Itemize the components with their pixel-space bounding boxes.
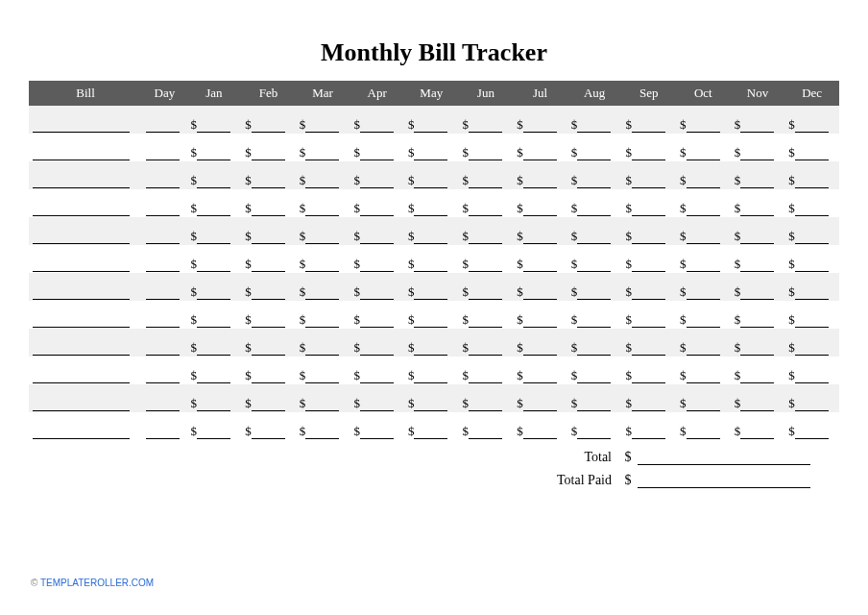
amount-blank[interactable] <box>469 177 502 188</box>
amount-blank[interactable] <box>360 205 394 216</box>
amount-blank[interactable] <box>414 428 447 439</box>
amount-blank[interactable] <box>197 149 230 160</box>
amount-blank[interactable] <box>305 428 339 439</box>
amount-blank[interactable] <box>795 428 829 439</box>
bill-name-blank[interactable] <box>33 316 130 328</box>
amount-blank[interactable] <box>687 177 720 188</box>
amount-blank[interactable] <box>740 260 774 272</box>
amount-blank[interactable] <box>795 316 829 328</box>
amount-blank[interactable] <box>523 233 557 244</box>
amount-blank[interactable] <box>360 149 394 160</box>
amount-blank[interactable] <box>414 288 447 300</box>
amount-blank[interactable] <box>740 177 774 188</box>
bill-name-blank[interactable] <box>33 400 130 411</box>
amount-blank[interactable] <box>577 149 611 160</box>
amount-blank[interactable] <box>687 121 720 133</box>
amount-blank[interactable] <box>414 400 447 411</box>
day-blank[interactable] <box>146 400 180 411</box>
amount-blank[interactable] <box>687 372 720 383</box>
amount-blank[interactable] <box>360 177 394 188</box>
amount-blank[interactable] <box>577 288 611 300</box>
amount-blank[interactable] <box>414 149 447 160</box>
amount-blank[interactable] <box>687 205 720 216</box>
amount-blank[interactable] <box>523 400 557 411</box>
amount-blank[interactable] <box>632 372 665 383</box>
day-blank[interactable] <box>146 121 180 133</box>
amount-blank[interactable] <box>252 260 285 272</box>
day-blank[interactable] <box>146 344 180 356</box>
amount-blank[interactable] <box>523 177 557 188</box>
bill-name-blank[interactable] <box>33 428 130 439</box>
amount-blank[interactable] <box>687 233 720 244</box>
amount-blank[interactable] <box>523 316 557 328</box>
amount-blank[interactable] <box>632 177 665 188</box>
amount-blank[interactable] <box>740 121 774 133</box>
amount-blank[interactable] <box>523 428 557 439</box>
amount-blank[interactable] <box>197 233 230 244</box>
day-blank[interactable] <box>146 233 180 244</box>
amount-blank[interactable] <box>632 344 665 356</box>
amount-blank[interactable] <box>795 344 829 356</box>
amount-blank[interactable] <box>414 316 447 328</box>
amount-blank[interactable] <box>252 205 285 216</box>
amount-blank[interactable] <box>523 260 557 272</box>
bill-name-blank[interactable] <box>33 205 130 216</box>
amount-blank[interactable] <box>577 177 611 188</box>
amount-blank[interactable] <box>197 205 230 216</box>
bill-name-blank[interactable] <box>33 344 130 356</box>
amount-blank[interactable] <box>795 233 829 244</box>
amount-blank[interactable] <box>197 428 230 439</box>
amount-blank[interactable] <box>577 344 611 356</box>
amount-blank[interactable] <box>632 288 665 300</box>
amount-blank[interactable] <box>469 316 502 328</box>
amount-blank[interactable] <box>252 344 285 356</box>
amount-blank[interactable] <box>740 400 774 411</box>
amount-blank[interactable] <box>523 149 557 160</box>
amount-blank[interactable] <box>414 344 447 356</box>
amount-blank[interactable] <box>252 316 285 328</box>
bill-name-blank[interactable] <box>33 121 130 133</box>
amount-blank[interactable] <box>523 372 557 383</box>
bill-name-blank[interactable] <box>33 372 130 383</box>
amount-blank[interactable] <box>414 121 447 133</box>
amount-blank[interactable] <box>305 260 339 272</box>
amount-blank[interactable] <box>305 121 339 133</box>
amount-blank[interactable] <box>687 428 720 439</box>
amount-blank[interactable] <box>305 149 339 160</box>
amount-blank[interactable] <box>197 316 230 328</box>
amount-blank[interactable] <box>577 316 611 328</box>
amount-blank[interactable] <box>414 372 447 383</box>
day-blank[interactable] <box>146 260 180 272</box>
amount-blank[interactable] <box>360 344 394 356</box>
amount-blank[interactable] <box>740 233 774 244</box>
amount-blank[interactable] <box>795 260 829 272</box>
day-blank[interactable] <box>146 288 180 300</box>
amount-blank[interactable] <box>197 177 230 188</box>
amount-blank[interactable] <box>197 372 230 383</box>
amount-blank[interactable] <box>252 372 285 383</box>
amount-blank[interactable] <box>795 149 829 160</box>
amount-blank[interactable] <box>305 372 339 383</box>
amount-blank[interactable] <box>360 372 394 383</box>
amount-blank[interactable] <box>632 428 665 439</box>
amount-blank[interactable] <box>577 372 611 383</box>
day-blank[interactable] <box>146 428 180 439</box>
amount-blank[interactable] <box>252 121 285 133</box>
amount-blank[interactable] <box>360 260 394 272</box>
amount-blank[interactable] <box>523 344 557 356</box>
amount-blank[interactable] <box>360 233 394 244</box>
amount-blank[interactable] <box>360 121 394 133</box>
amount-blank[interactable] <box>252 400 285 411</box>
amount-blank[interactable] <box>740 205 774 216</box>
day-blank[interactable] <box>146 372 180 383</box>
amount-blank[interactable] <box>469 149 502 160</box>
amount-blank[interactable] <box>197 288 230 300</box>
amount-blank[interactable] <box>360 400 394 411</box>
amount-blank[interactable] <box>305 344 339 356</box>
amount-blank[interactable] <box>795 288 829 300</box>
amount-blank[interactable] <box>577 260 611 272</box>
day-blank[interactable] <box>146 316 180 328</box>
amount-blank[interactable] <box>252 233 285 244</box>
amount-blank[interactable] <box>523 205 557 216</box>
amount-blank[interactable] <box>469 428 502 439</box>
